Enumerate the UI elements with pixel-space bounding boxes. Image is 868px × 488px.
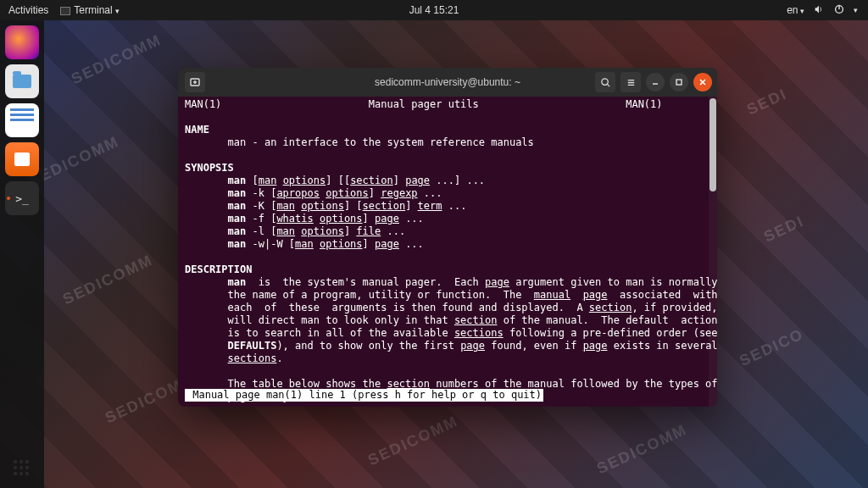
- terminal-content[interactable]: MAN(1) Manual pager utils MAN(1) NAME ma…: [178, 97, 717, 407]
- section-description: DESCRIPTION: [185, 263, 252, 275]
- ubuntu-dock: >_: [0, 20, 44, 488]
- hamburger-menu-button[interactable]: [620, 72, 641, 92]
- dock-app-firefox[interactable]: [5, 25, 39, 59]
- maximize-button[interactable]: [670, 73, 688, 92]
- svg-rect-11: [676, 80, 682, 85]
- terminal-title: sedicomm-university@ubuntu: ~: [375, 76, 520, 88]
- terminal-titlebar[interactable]: sedicomm-university@ubuntu: ~: [178, 68, 717, 97]
- svg-line-6: [607, 84, 609, 86]
- section-name: NAME: [185, 124, 209, 136]
- close-button[interactable]: [693, 73, 712, 92]
- input-source-indicator[interactable]: en: [787, 4, 804, 16]
- man-header-center: Manual pager utils: [369, 98, 479, 110]
- scrollbar-thumb[interactable]: [709, 98, 716, 191]
- clock[interactable]: Jul 4 15:21: [409, 4, 459, 16]
- system-menu-chevron-icon[interactable]: ▾: [854, 6, 858, 14]
- dock-app-libreoffice-writer[interactable]: [5, 103, 39, 137]
- search-button[interactable]: [595, 72, 615, 92]
- volume-icon[interactable]: [813, 3, 825, 18]
- minimize-button[interactable]: [646, 73, 665, 92]
- app-menu[interactable]: Terminal: [60, 4, 120, 16]
- gnome-top-bar: Activities Terminal Jul 4 15:21 en ▾: [0, 0, 868, 20]
- dock-app-files[interactable]: [5, 64, 39, 98]
- activities-button[interactable]: Activities: [8, 4, 48, 16]
- less-status-line: Manual page man(1) line 1 (press h for h…: [185, 389, 543, 402]
- name-line: man - an interface to the system referen…: [228, 136, 534, 148]
- power-icon[interactable]: [833, 3, 845, 18]
- dock-app-ubuntu-software[interactable]: [5, 142, 39, 176]
- man-header-left: MAN(1): [185, 98, 221, 110]
- dock-app-terminal[interactable]: >_: [5, 181, 39, 215]
- section-synopsis: SYNOPSIS: [185, 162, 234, 174]
- svg-point-5: [601, 78, 607, 84]
- new-tab-button[interactable]: [185, 72, 205, 92]
- man-header-right: MAN(1): [626, 98, 662, 110]
- terminal-scrollbar[interactable]: [709, 97, 717, 407]
- terminal-window: sedicomm-university@ubuntu: ~ MAN(1) Man…: [178, 68, 717, 407]
